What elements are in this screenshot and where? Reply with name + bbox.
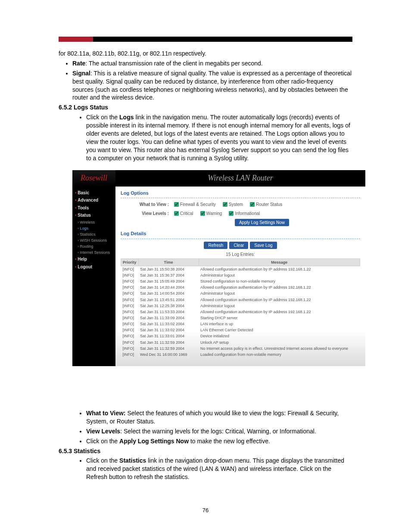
table-row: [INFO]Sat Jan 31 11:33:02 2004LAN Ethern… xyxy=(121,327,360,333)
log-time: Sat Jan 31 11:33:02 2004 xyxy=(138,321,199,327)
log-message: Stored configuration to non-volatile mem… xyxy=(199,278,360,284)
log-message: LAN interface is up xyxy=(199,321,360,327)
section-653-title: 6.5.3 Statistics xyxy=(59,447,352,455)
log-table: PriorityTimeMessage [INFO]Sat Jan 31 15:… xyxy=(121,258,360,358)
table-row: [INFO]Sat Jan 31 14:20:44 2004Allowed co… xyxy=(121,284,360,290)
nav-item-logout[interactable]: Logout xyxy=(75,263,115,271)
table-row: [INFO]Sat Jan 31 11:32:59 2004No Interne… xyxy=(121,345,360,352)
view-level-option-checkbox[interactable] xyxy=(174,211,179,216)
log-time: Sat Jan 31 13:45:51 2004 xyxy=(138,297,199,303)
log-time: Sat Jan 31 11:33:01 2004 xyxy=(138,333,199,339)
log-time: Sat Jan 31 11:33:09 2004 xyxy=(138,315,199,321)
logo: Rosewill xyxy=(72,170,115,187)
header-red-segment xyxy=(59,37,93,42)
header-black-segment xyxy=(93,37,352,42)
log-priority: [INFO] xyxy=(121,352,139,358)
table-row: [INFO]Sat Jan 31 11:33:09 2004Starting D… xyxy=(121,315,360,321)
nav-sub-statistics[interactable]: › Statistics xyxy=(75,231,115,237)
log-time: Sat Jan 31 15:05:49 2004 xyxy=(138,278,199,284)
nav-item-advanced[interactable]: Advanced xyxy=(75,196,115,204)
log-column-header: Message xyxy=(199,258,360,266)
view-level-option-checkbox[interactable] xyxy=(229,211,234,216)
log-priority: [INFO] xyxy=(121,327,139,333)
table-row: [INFO]Sat Jan 31 15:05:49 2004Stored con… xyxy=(121,278,360,284)
view-level-option-checkbox[interactable] xyxy=(200,211,205,216)
rate-text: : The actual transmission rate of the cl… xyxy=(85,60,262,67)
table-row: [INFO]Sat Jan 31 15:50:38 2004Allowed co… xyxy=(121,266,360,272)
what-to-view-option-system[interactable]: System xyxy=(221,201,243,208)
log-priority: [INFO] xyxy=(121,345,139,352)
log-column-header: Priority xyxy=(121,258,139,266)
nav-sub-wish-sessions[interactable]: › WISH Sessions xyxy=(75,237,115,243)
table-row: [INFO]Sat Jan 31 14:00:54 2004Administra… xyxy=(121,290,360,296)
log-message: Allowed configuration authentication by … xyxy=(199,297,360,303)
table-row: [INFO]Sat Jan 31 11:32:59 2004Unlock AP … xyxy=(121,339,360,345)
nav-item-basic[interactable]: Basic xyxy=(75,189,115,197)
view-levels-doc-bullet: View Levels: Select the warning levels f… xyxy=(86,427,352,436)
log-priority: [INFO] xyxy=(121,339,139,345)
log-priority: [INFO] xyxy=(121,284,139,290)
refresh-button[interactable]: Refresh xyxy=(204,242,227,249)
nav-sub-wireless[interactable]: › Wireless xyxy=(75,219,115,225)
log-message: LAN Ethernet Carrier Detected xyxy=(199,327,360,333)
log-message: Allowed configuration authentication by … xyxy=(199,309,360,315)
apply-doc-bullet: Click on the Apply Log Settings Now to m… xyxy=(86,437,352,445)
table-row: [INFO]Sat Jan 31 15:36:37 2004Administra… xyxy=(121,272,360,278)
view-level-option-critical[interactable]: Critical xyxy=(172,210,193,217)
header-bar xyxy=(59,37,352,42)
what-to-view-doc-bullet: What to View: Select the features of whi… xyxy=(86,409,352,426)
section-652-title: 6.5.2 Logs Status xyxy=(59,103,352,112)
log-priority: [INFO] xyxy=(121,297,139,303)
log-details-heading: Log Details xyxy=(121,230,360,239)
rate-label: Rate xyxy=(72,60,85,67)
log-message: No Internet access policy is in effect. … xyxy=(199,345,360,352)
log-priority: [INFO] xyxy=(121,303,139,309)
table-row: [INFO]Sat Jan 31 11:33:01 2004Device ini… xyxy=(121,333,360,339)
nav-item-tools[interactable]: Tools xyxy=(75,204,115,212)
view-level-option-warning[interactable]: Warning xyxy=(199,210,222,217)
log-priority: [INFO] xyxy=(121,333,139,339)
nav-item-help[interactable]: Help xyxy=(75,255,115,263)
log-column-header: Time xyxy=(138,258,199,266)
what-to-view-option-checkbox[interactable] xyxy=(174,202,179,207)
signal-text: : This is a relative measure of signal q… xyxy=(72,70,352,101)
apply-log-settings-button[interactable]: Apply Log Settings Now xyxy=(235,219,289,226)
log-message: Device initialized xyxy=(199,333,360,339)
router-ui-screenshot: Rosewill Wireless LAN Router BasicAdvanc… xyxy=(72,170,365,366)
view-levels-label: View Levels : xyxy=(138,211,172,217)
what-to-view-option-router-status[interactable]: Router Status xyxy=(248,201,282,208)
table-row: [INFO]Sat Jan 31 11:53:33 2004Allowed co… xyxy=(121,309,360,315)
log-time: Sat Jan 31 15:50:38 2004 xyxy=(138,266,199,272)
nav-sub-routing[interactable]: › Routing xyxy=(75,243,115,249)
log-message: Administrator logout xyxy=(199,303,360,309)
statistics-bullet: Click on the Statistics link in the navi… xyxy=(86,457,352,481)
nav-sub-logs[interactable]: › Logs xyxy=(75,225,115,231)
what-to-view-option-firewall-security[interactable]: Firewall & Security xyxy=(172,201,216,208)
nav-sidebar: BasicAdvancedToolsStatus› Wireless› Logs… xyxy=(72,187,115,366)
view-level-option-informational[interactable]: Informational xyxy=(227,210,260,217)
clear-button[interactable]: Clear xyxy=(229,242,248,249)
nav-sub-internet-sessions[interactable]: › Internet Sessions xyxy=(75,249,115,255)
what-to-view-option-checkbox[interactable] xyxy=(223,202,227,207)
log-priority: [INFO] xyxy=(121,315,139,321)
log-message: Administrator logout xyxy=(199,272,360,278)
log-priority: [INFO] xyxy=(121,321,139,327)
nav-item-status[interactable]: Status xyxy=(75,212,115,219)
log-time: Sat Jan 31 12:25:38 2004 xyxy=(138,303,199,309)
log-time: Sat Jan 31 11:32:59 2004 xyxy=(138,345,199,352)
log-time: Sat Jan 31 11:32:59 2004 xyxy=(138,339,199,345)
signal-label: Signal xyxy=(72,70,90,77)
continuation-text: for 802.11a, 802.11b, 802.11g, or 802.11… xyxy=(59,50,352,58)
log-priority: [INFO] xyxy=(121,266,139,272)
table-row: [INFO]Sat Jan 31 12:25:38 2004Administra… xyxy=(121,303,360,309)
log-priority: [INFO] xyxy=(121,272,139,278)
log-priority: [INFO] xyxy=(121,290,139,296)
what-to-view-option-checkbox[interactable] xyxy=(250,202,255,207)
ui-title: Wireless LAN Router xyxy=(115,173,365,183)
log-time: Wed Dec 31 16:00:00 1969 xyxy=(138,352,199,358)
log-message: Unlock AP setup xyxy=(199,339,360,345)
rate-bullet: Rate: The actual transmission rate of th… xyxy=(72,59,352,68)
save-log-button[interactable]: Save Log xyxy=(250,242,277,249)
log-message: Allowed configuration authentication by … xyxy=(199,284,360,290)
log-message: Loaded configuration from non-volatile m… xyxy=(199,352,360,358)
